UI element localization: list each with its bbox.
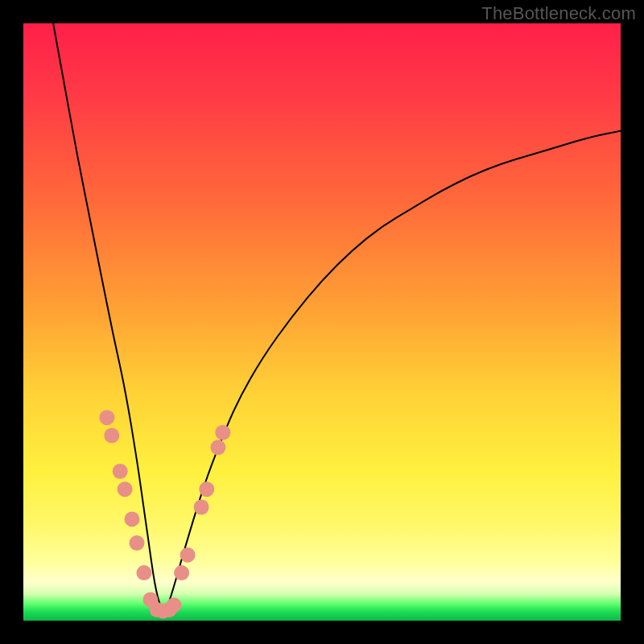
chart-frame: TheBottleneck.com <box>0 0 644 644</box>
data-dot <box>125 511 140 526</box>
plot-area <box>23 23 621 621</box>
data-dot <box>167 597 182 613</box>
data-dot <box>130 535 145 551</box>
data-dot <box>215 425 230 440</box>
watermark-text: TheBottleneck.com <box>481 3 636 24</box>
data-dot <box>136 565 151 580</box>
data-dot <box>194 500 209 515</box>
data-dot <box>210 440 225 455</box>
data-dot <box>118 481 133 497</box>
data-dot <box>113 464 128 479</box>
data-dot <box>174 565 189 580</box>
data-dot <box>99 410 114 425</box>
data-dot <box>104 428 119 444</box>
data-dots <box>99 410 230 618</box>
chart-svg <box>23 23 621 621</box>
data-dot <box>199 481 214 497</box>
data-dot <box>180 547 196 563</box>
